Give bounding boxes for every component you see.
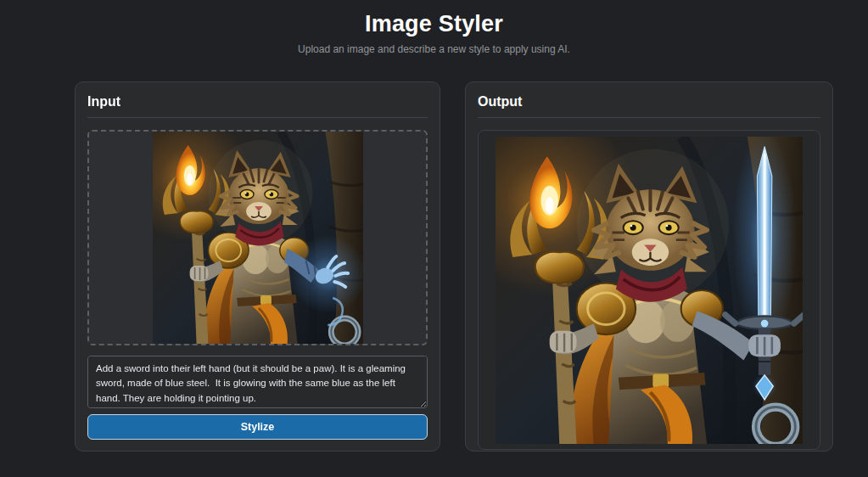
output-panel-heading: Output xyxy=(478,93,820,109)
input-image xyxy=(153,132,363,344)
page-subtitle: Upload an image and describe a new style… xyxy=(0,43,868,55)
output-panel: Output xyxy=(465,81,833,452)
input-panel: Input Add a sword into their left hand (… xyxy=(75,81,440,452)
panels-row: Input Add a sword into their left hand (… xyxy=(75,81,868,452)
header: Image Styler Upload an image and describ… xyxy=(0,0,868,55)
output-panel-divider xyxy=(478,117,820,118)
input-panel-heading: Input xyxy=(87,93,428,109)
output-image xyxy=(496,137,803,444)
input-panel-divider xyxy=(87,117,428,118)
style-prompt-input[interactable]: Add a sword into their left hand (but it… xyxy=(87,356,428,408)
output-image-frame xyxy=(478,130,820,450)
page: Image Styler Upload an image and describ… xyxy=(0,0,868,452)
image-upload-dropzone[interactable] xyxy=(87,130,428,345)
page-title: Image Styler xyxy=(0,11,868,37)
stylize-button[interactable]: Stylize xyxy=(87,414,428,440)
